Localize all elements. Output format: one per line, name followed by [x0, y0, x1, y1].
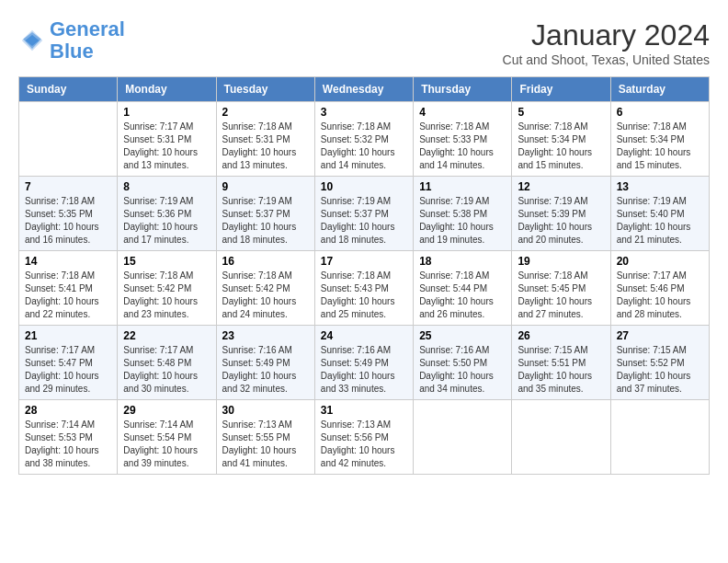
day-cell: 20Sunrise: 7:17 AM Sunset: 5:46 PM Dayli… [610, 251, 709, 326]
day-cell: 19Sunrise: 7:18 AM Sunset: 5:45 PM Dayli… [512, 251, 610, 326]
day-number: 30 [222, 404, 309, 417]
day-cell: 30Sunrise: 7:13 AM Sunset: 5:55 PM Dayli… [216, 400, 314, 475]
day-number: 8 [123, 180, 210, 193]
col-header-thursday: Thursday [414, 77, 512, 102]
week-row-4: 21Sunrise: 7:17 AM Sunset: 5:47 PM Dayli… [19, 326, 710, 400]
day-cell: 16Sunrise: 7:18 AM Sunset: 5:42 PM Dayli… [216, 251, 314, 326]
day-number: 18 [419, 255, 506, 268]
day-cell: 4Sunrise: 7:18 AM Sunset: 5:33 PM Daylig… [414, 102, 512, 177]
day-number: 25 [419, 329, 506, 342]
day-number: 4 [419, 106, 506, 119]
day-number: 31 [321, 404, 407, 417]
day-info: Sunrise: 7:16 AM Sunset: 5:49 PM Dayligh… [222, 344, 309, 396]
col-header-saturday: Saturday [610, 77, 709, 102]
day-cell: 24Sunrise: 7:16 AM Sunset: 5:49 PM Dayli… [314, 326, 413, 400]
day-info: Sunrise: 7:18 AM Sunset: 5:35 PM Dayligh… [25, 195, 111, 247]
day-number: 5 [518, 106, 604, 119]
day-cell [414, 400, 512, 475]
day-cell: 23Sunrise: 7:16 AM Sunset: 5:49 PM Dayli… [216, 326, 314, 400]
day-info: Sunrise: 7:18 AM Sunset: 5:43 PM Dayligh… [321, 270, 407, 321]
day-info: Sunrise: 7:17 AM Sunset: 5:46 PM Dayligh… [617, 270, 703, 321]
day-info: Sunrise: 7:17 AM Sunset: 5:48 PM Dayligh… [123, 344, 210, 396]
day-number: 27 [617, 329, 703, 342]
col-header-sunday: Sunday [19, 77, 118, 102]
day-number: 19 [518, 255, 604, 268]
week-row-5: 28Sunrise: 7:14 AM Sunset: 5:53 PM Dayli… [19, 400, 710, 475]
day-info: Sunrise: 7:13 AM Sunset: 5:55 PM Dayligh… [222, 419, 309, 470]
col-header-friday: Friday [512, 77, 610, 102]
page-header: General Blue January 2024 Cut and Shoot,… [18, 18, 710, 67]
day-cell: 27Sunrise: 7:15 AM Sunset: 5:52 PM Dayli… [610, 326, 709, 400]
day-cell: 26Sunrise: 7:15 AM Sunset: 5:51 PM Dayli… [512, 326, 610, 400]
day-number: 29 [123, 404, 210, 417]
day-cell: 9Sunrise: 7:19 AM Sunset: 5:37 PM Daylig… [216, 177, 314, 251]
day-cell: 22Sunrise: 7:17 AM Sunset: 5:48 PM Dayli… [118, 326, 216, 400]
day-cell: 11Sunrise: 7:19 AM Sunset: 5:38 PM Dayli… [414, 177, 512, 251]
day-number: 26 [518, 329, 604, 342]
day-cell: 31Sunrise: 7:13 AM Sunset: 5:56 PM Dayli… [314, 400, 413, 475]
day-number: 7 [25, 180, 111, 193]
week-row-3: 14Sunrise: 7:18 AM Sunset: 5:41 PM Dayli… [19, 251, 710, 326]
day-info: Sunrise: 7:19 AM Sunset: 5:40 PM Dayligh… [617, 195, 703, 247]
day-info: Sunrise: 7:17 AM Sunset: 5:31 PM Dayligh… [123, 121, 210, 172]
day-cell: 2Sunrise: 7:18 AM Sunset: 5:31 PM Daylig… [216, 102, 314, 177]
day-number: 14 [25, 255, 111, 268]
day-info: Sunrise: 7:18 AM Sunset: 5:31 PM Dayligh… [222, 121, 309, 172]
day-cell [610, 400, 709, 475]
day-info: Sunrise: 7:18 AM Sunset: 5:32 PM Dayligh… [321, 121, 407, 172]
week-row-2: 7Sunrise: 7:18 AM Sunset: 5:35 PM Daylig… [19, 177, 710, 251]
day-info: Sunrise: 7:17 AM Sunset: 5:47 PM Dayligh… [25, 344, 111, 396]
col-header-wednesday: Wednesday [314, 77, 413, 102]
day-cell: 10Sunrise: 7:19 AM Sunset: 5:37 PM Dayli… [314, 177, 413, 251]
day-cell: 7Sunrise: 7:18 AM Sunset: 5:35 PM Daylig… [19, 177, 118, 251]
logo-icon [18, 27, 46, 54]
day-info: Sunrise: 7:14 AM Sunset: 5:53 PM Dayligh… [25, 419, 111, 470]
day-info: Sunrise: 7:19 AM Sunset: 5:39 PM Dayligh… [518, 195, 604, 247]
day-number: 16 [222, 255, 309, 268]
day-cell: 17Sunrise: 7:18 AM Sunset: 5:43 PM Dayli… [314, 251, 413, 326]
day-cell: 25Sunrise: 7:16 AM Sunset: 5:50 PM Dayli… [414, 326, 512, 400]
day-number: 3 [321, 106, 407, 119]
day-number: 12 [518, 180, 604, 193]
day-number: 2 [222, 106, 309, 119]
day-cell: 1Sunrise: 7:17 AM Sunset: 5:31 PM Daylig… [118, 102, 216, 177]
day-info: Sunrise: 7:19 AM Sunset: 5:38 PM Dayligh… [419, 195, 506, 247]
day-number: 10 [321, 180, 407, 193]
day-info: Sunrise: 7:18 AM Sunset: 5:42 PM Dayligh… [222, 270, 309, 321]
day-cell: 18Sunrise: 7:18 AM Sunset: 5:44 PM Dayli… [414, 251, 512, 326]
day-number: 20 [617, 255, 703, 268]
day-number: 23 [222, 329, 309, 342]
day-info: Sunrise: 7:13 AM Sunset: 5:56 PM Dayligh… [321, 419, 407, 470]
day-info: Sunrise: 7:16 AM Sunset: 5:50 PM Dayligh… [419, 344, 506, 396]
logo-text: General Blue [50, 18, 125, 63]
day-cell: 8Sunrise: 7:19 AM Sunset: 5:36 PM Daylig… [118, 177, 216, 251]
day-info: Sunrise: 7:19 AM Sunset: 5:37 PM Dayligh… [321, 195, 407, 247]
day-info: Sunrise: 7:18 AM Sunset: 5:42 PM Dayligh… [123, 270, 210, 321]
logo: General Blue [18, 18, 125, 63]
day-number: 28 [25, 404, 111, 417]
day-info: Sunrise: 7:18 AM Sunset: 5:33 PM Dayligh… [419, 121, 506, 172]
calendar-table: SundayMondayTuesdayWednesdayThursdayFrid… [18, 76, 710, 475]
day-cell: 28Sunrise: 7:14 AM Sunset: 5:53 PM Dayli… [19, 400, 118, 475]
day-info: Sunrise: 7:16 AM Sunset: 5:49 PM Dayligh… [321, 344, 407, 396]
day-number: 24 [321, 329, 407, 342]
day-info: Sunrise: 7:14 AM Sunset: 5:54 PM Dayligh… [123, 419, 210, 470]
day-cell: 3Sunrise: 7:18 AM Sunset: 5:32 PM Daylig… [314, 102, 413, 177]
day-cell: 14Sunrise: 7:18 AM Sunset: 5:41 PM Dayli… [19, 251, 118, 326]
title-block: January 2024 Cut and Shoot, Texas, Unite… [503, 18, 710, 67]
month-title: January 2024 [503, 18, 710, 52]
day-info: Sunrise: 7:19 AM Sunset: 5:36 PM Dayligh… [123, 195, 210, 247]
day-info: Sunrise: 7:18 AM Sunset: 5:41 PM Dayligh… [25, 270, 111, 321]
day-info: Sunrise: 7:18 AM Sunset: 5:44 PM Dayligh… [419, 270, 506, 321]
col-header-monday: Monday [118, 77, 216, 102]
day-info: Sunrise: 7:18 AM Sunset: 5:34 PM Dayligh… [518, 121, 604, 172]
location-subtitle: Cut and Shoot, Texas, United States [503, 52, 710, 67]
day-cell: 13Sunrise: 7:19 AM Sunset: 5:40 PM Dayli… [610, 177, 709, 251]
day-cell [512, 400, 610, 475]
day-number: 9 [222, 180, 309, 193]
week-row-1: 1Sunrise: 7:17 AM Sunset: 5:31 PM Daylig… [19, 102, 710, 177]
header-row: SundayMondayTuesdayWednesdayThursdayFrid… [19, 77, 710, 102]
day-number: 21 [25, 329, 111, 342]
day-number: 13 [617, 180, 703, 193]
day-number: 15 [123, 255, 210, 268]
